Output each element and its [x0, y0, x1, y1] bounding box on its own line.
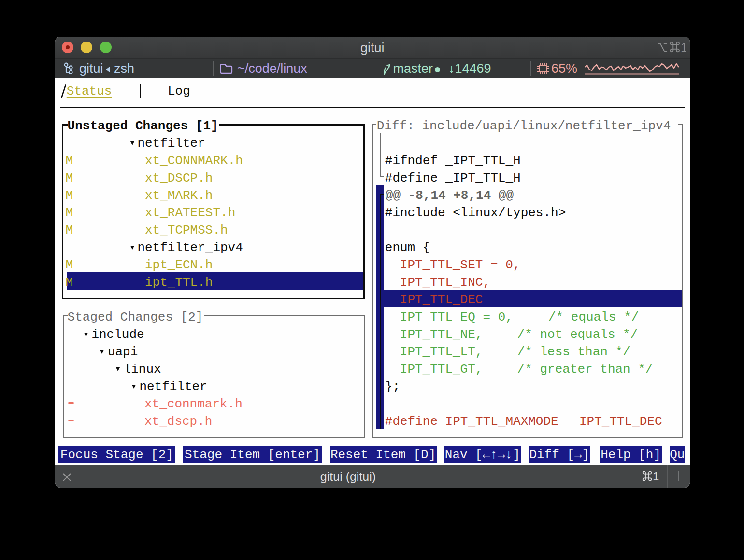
svg-text:1: 1 [653, 471, 659, 483]
svg-text:1: 1 [681, 42, 686, 54]
